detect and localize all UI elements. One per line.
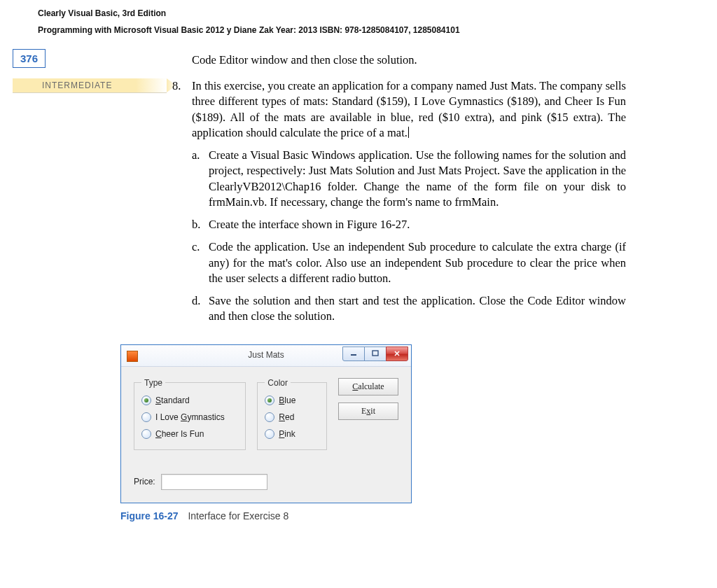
radio-standard[interactable]: Standard <box>141 392 238 409</box>
exercise-body: 8. In this exercise, you create an appli… <box>192 78 626 325</box>
radio-icon <box>265 396 274 405</box>
radio-icon <box>265 429 274 439</box>
maximize-button[interactable] <box>364 346 387 361</box>
radio-cheer[interactable]: Cheer Is Fun <box>141 426 238 442</box>
app-window: Just Mats Type Standard I Love Gymnastic <box>120 344 412 503</box>
radio-icon <box>141 412 151 422</box>
exercise-step: a. Create a Visual Basic Windows applica… <box>192 148 626 210</box>
figure-caption: Figure 16-27 Interface for Exercise 8 <box>120 510 717 522</box>
radio-pink[interactable]: Pink <box>265 426 319 442</box>
exercise-number: 8. <box>172 78 181 94</box>
type-group: Type Standard I Love Gymnastics Cheer Is… <box>134 378 246 450</box>
radio-icon <box>141 429 151 439</box>
titlebar[interactable]: Just Mats <box>121 345 411 367</box>
text-cursor <box>408 127 409 138</box>
figure-label: Figure 16-27 <box>120 510 178 522</box>
difficulty-tag: INTERMEDIATE <box>13 78 167 93</box>
exercise-step: c. Code the application. Use an independ… <box>192 239 626 286</box>
page-number: 376 <box>13 49 46 68</box>
running-head: Code Editor window and then close the so… <box>192 53 417 67</box>
exercise-intro: In this exercise, you create an applicat… <box>192 78 626 141</box>
book-title: Clearly Visual Basic, 3rd Edition <box>38 8 717 18</box>
price-field[interactable] <box>161 474 267 490</box>
minimize-button[interactable] <box>342 346 365 361</box>
radio-icon <box>141 396 151 405</box>
radio-icon <box>265 412 274 422</box>
type-legend: Type <box>141 378 165 388</box>
color-group: Color Blue Red Pink <box>257 378 327 450</box>
book-subtitle: Programming with Microsoft Visual Basic … <box>38 25 717 35</box>
radio-gymnastics[interactable]: I Love Gymnastics <box>141 409 238 426</box>
close-button[interactable] <box>386 346 408 361</box>
svg-rect-0 <box>351 354 356 356</box>
figure-text: Interface for Exercise 8 <box>188 510 288 522</box>
page-header: Clearly Visual Basic, 3rd Edition Progra… <box>0 0 717 49</box>
color-legend: Color <box>265 378 291 388</box>
radio-blue[interactable]: Blue <box>265 392 319 409</box>
calculate-button[interactable]: Calculate <box>338 378 398 396</box>
price-label: Price: <box>134 477 155 486</box>
exercise-step: b. Create the interface shown in Figure … <box>192 217 626 232</box>
exit-button[interactable]: Exit <box>338 402 398 420</box>
exercise-step: d. Save the solution and then start and … <box>192 293 626 325</box>
radio-red[interactable]: Red <box>265 409 319 426</box>
svg-rect-1 <box>373 351 378 356</box>
